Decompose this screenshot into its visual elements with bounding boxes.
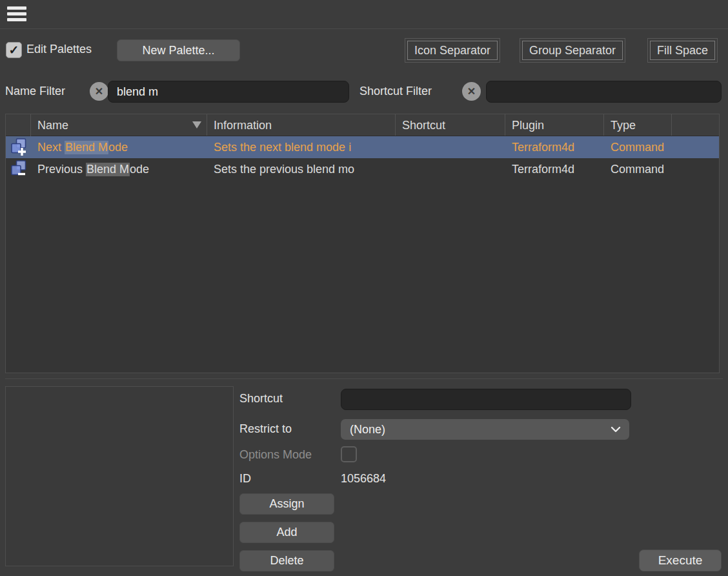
fill-space-label: Fill Space [650,41,715,60]
icon-preview-panel [5,386,234,566]
execute-button[interactable]: Execute [639,550,722,571]
add-button[interactable]: Add [239,522,334,543]
shortcut-filter-label: Shortcut Filter [359,85,432,98]
new-palette-button[interactable]: New Palette... [117,39,240,61]
command-information: Sets the previous blend mo [207,163,396,176]
table-row[interactable]: Next Blend Mode Sets the next blend mode… [6,136,719,158]
column-header-name[interactable]: Name [31,114,207,136]
edit-palettes-checkbox[interactable]: ✓ [6,42,22,58]
name-text: ode [108,141,128,154]
command-type: Command [604,141,672,154]
command-plugin: Terraform4d [505,141,604,154]
command-table: Name Information Shortcut Plugin Type Ne… [5,114,720,373]
group-separator-label: Group Separator [522,41,623,60]
hamburger-menu-icon[interactable] [7,6,26,23]
command-information: Sets the next blend mode i [207,141,396,154]
blend-mode-next-icon [6,136,31,158]
column-header-name-label: Name [37,115,68,136]
restrict-to-label: Restrict to [239,422,292,436]
command-manager-window: ✓ Edit Palettes New Palette... Icon Sepa… [0,0,728,576]
sort-descending-icon [192,121,201,129]
shortcut-filter-input[interactable] [486,81,722,103]
group-separator-button[interactable]: Group Separator [520,38,625,63]
table-header-row: Name Information Shortcut Plugin Type [6,114,719,136]
icon-separator-button[interactable]: Icon Separator [405,38,500,63]
delete-button[interactable]: Delete [239,550,334,571]
name-text: ode [130,163,149,176]
column-header-type[interactable]: Type [604,114,672,136]
name-filter-match: Blend M [65,141,108,154]
id-label: ID [239,472,251,486]
chevron-down-icon [610,425,622,434]
edit-palettes-label: Edit Palettes [26,43,92,56]
assign-button[interactable]: Assign [239,493,334,515]
name-filter-input[interactable] [108,81,349,103]
name-text: Next [37,141,65,154]
clear-name-filter-icon[interactable]: ✕ [90,82,108,101]
menu-bar [0,0,728,29]
blend-mode-previous-icon [6,158,31,180]
id-value: 1056684 [341,472,386,486]
shortcut-input[interactable] [341,389,631,410]
column-header-spacer [672,114,719,136]
column-header-information[interactable]: Information [207,114,396,136]
column-header-icon[interactable] [6,114,31,136]
name-text: Previous [37,163,86,176]
pane-divider [5,378,723,379]
restrict-to-dropdown[interactable]: (None) [341,419,629,440]
command-type: Command [604,163,672,176]
name-filter-match: Blend M [86,163,130,176]
table-row[interactable]: Previous Blend Mode Sets the previous bl… [6,158,719,180]
command-name: Previous Blend Mode [31,163,207,176]
fill-space-button[interactable]: Fill Space [647,38,718,63]
options-mode-checkbox[interactable] [341,446,357,462]
icon-separator-label: Icon Separator [407,41,498,60]
command-plugin: Terraform4d [505,163,604,176]
clear-shortcut-filter-icon[interactable]: ✕ [462,82,481,101]
restrict-to-value: (None) [350,423,385,436]
shortcut-label: Shortcut [239,392,283,406]
name-filter-label: Name Filter [5,85,65,98]
column-header-shortcut[interactable]: Shortcut [396,114,505,136]
command-name: Next Blend Mode [31,141,207,154]
options-mode-label: Options Mode [239,448,312,462]
column-header-plugin[interactable]: Plugin [505,114,604,136]
